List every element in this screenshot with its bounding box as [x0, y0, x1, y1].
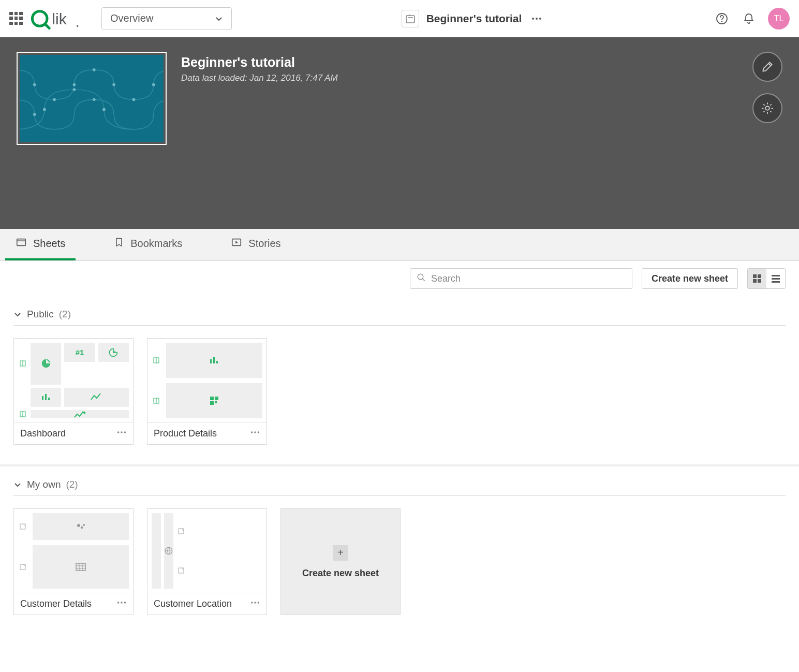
section-label: My own: [27, 479, 61, 490]
tab-label: Sheets: [33, 238, 65, 250]
notifications-icon[interactable]: [741, 11, 757, 26]
svg-point-67: [254, 602, 256, 604]
svg-point-14: [112, 83, 115, 86]
svg-rect-58: [20, 564, 25, 569]
svg-rect-35: [42, 396, 43, 400]
grid-view-button[interactable]: [748, 269, 766, 288]
section-count: (2): [66, 479, 78, 490]
app-thumbnail[interactable]: [17, 52, 167, 145]
svg-rect-30: [758, 279, 761, 283]
sheet-card-customer-location[interactable]: Customer Location: [147, 508, 267, 615]
svg-rect-29: [753, 279, 757, 283]
tab-bookmarks[interactable]: Bookmarks: [103, 229, 193, 260]
svg-point-9: [721, 21, 722, 22]
svg-line-1: [45, 24, 49, 28]
plus-icon: +: [333, 545, 348, 561]
topbar-right: TL: [714, 8, 790, 30]
chevron-down-icon: [215, 14, 223, 23]
card-preview: [147, 509, 267, 593]
svg-point-20: [93, 98, 96, 101]
tab-label: Stories: [248, 238, 280, 250]
card-menu-button[interactable]: [250, 427, 260, 440]
svg-rect-59: [76, 563, 85, 571]
card-title: Customer Location: [154, 598, 232, 609]
tab-label: Bookmarks: [130, 238, 182, 250]
card-title: Product Details: [154, 428, 217, 439]
create-sheet-button[interactable]: Create new sheet: [642, 268, 738, 289]
svg-rect-63: [179, 529, 184, 534]
view-selector[interactable]: Overview: [101, 7, 232, 30]
section-public-header[interactable]: Public (2): [13, 296, 786, 326]
svg-rect-23: [17, 239, 26, 246]
card-footer: Customer Details: [14, 593, 133, 615]
svg-point-53: [258, 431, 260, 433]
card-footer: Customer Location: [147, 593, 267, 615]
card-menu-button[interactable]: [116, 427, 127, 440]
svg-point-61: [121, 602, 123, 604]
avatar-initials: TL: [774, 14, 784, 23]
svg-rect-37: [48, 398, 50, 400]
svg-rect-31: [772, 275, 780, 276]
card-menu-button[interactable]: [116, 597, 127, 610]
svg-point-51: [251, 431, 253, 433]
svg-rect-43: [210, 359, 212, 363]
apps-launcher-icon[interactable]: [9, 12, 23, 25]
bookmark-icon: [114, 237, 124, 251]
svg-point-66: [251, 602, 253, 604]
svg-point-22: [765, 106, 770, 110]
svg-point-7: [539, 18, 541, 20]
tabs-bar: Sheets Bookmarks Stories: [0, 229, 799, 261]
svg-point-11: [53, 98, 56, 101]
app-indicator-icon[interactable]: [402, 10, 419, 27]
sheets-icon: [16, 237, 27, 251]
view-selector-label: Overview: [110, 12, 153, 24]
svg-rect-49: [210, 401, 214, 405]
section-myown-header[interactable]: My own (2): [13, 466, 786, 496]
svg-point-40: [121, 431, 123, 433]
svg-rect-65: [179, 568, 184, 573]
topbar-center: Beginner's tutorial: [239, 10, 707, 27]
qlik-logo[interactable]: lik: [30, 8, 91, 30]
create-sheet-card[interactable]: + Create new sheet: [280, 508, 401, 615]
tab-sheets[interactable]: Sheets: [5, 229, 76, 260]
svg-point-39: [117, 431, 120, 433]
card-preview: #1: [14, 339, 133, 422]
section-count: (2): [59, 309, 71, 320]
card-menu-button[interactable]: [250, 597, 260, 610]
svg-point-17: [73, 88, 76, 91]
svg-line-26: [422, 279, 425, 281]
svg-rect-36: [45, 394, 47, 400]
svg-rect-33: [772, 281, 780, 283]
svg-point-41: [124, 431, 126, 433]
card-title: Dashboard: [20, 428, 66, 439]
search-box[interactable]: [410, 268, 632, 289]
card-preview: [147, 339, 267, 422]
sheet-card-dashboard[interactable]: #1 Dashboard: [13, 338, 134, 445]
svg-point-12: [73, 83, 76, 86]
svg-rect-45: [216, 361, 218, 363]
svg-rect-47: [210, 397, 214, 400]
svg-point-57: [83, 524, 85, 526]
stories-icon: [231, 237, 242, 251]
view-toggle: [747, 268, 786, 289]
list-view-button[interactable]: [766, 269, 785, 288]
search-icon: [417, 273, 426, 284]
edit-button[interactable]: [752, 52, 782, 82]
svg-rect-44: [213, 357, 215, 363]
tab-stories[interactable]: Stories: [220, 229, 291, 260]
sheet-card-product-details[interactable]: Product Details: [147, 338, 267, 445]
settings-button[interactable]: [752, 93, 782, 123]
svg-point-6: [536, 18, 538, 20]
kpi-number: #1: [76, 348, 84, 357]
more-actions-button[interactable]: [529, 11, 544, 26]
svg-point-55: [77, 524, 80, 527]
svg-rect-32: [772, 278, 780, 280]
card-title: Customer Details: [20, 598, 92, 609]
help-icon[interactable]: [714, 11, 730, 26]
sheet-card-customer-details[interactable]: Customer Details: [13, 508, 134, 615]
topbar: lik Overview Beginner's tutorial TL: [0, 0, 799, 37]
public-cards: #1 Dashboard: [13, 326, 786, 464]
content-area: Public (2) #1 Dashboard: [0, 296, 799, 635]
avatar[interactable]: TL: [768, 8, 790, 30]
search-input[interactable]: [431, 273, 626, 284]
